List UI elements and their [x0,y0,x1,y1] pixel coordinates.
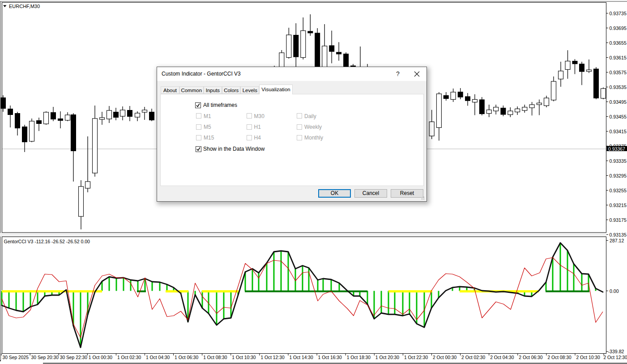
svg-text:1 Oct 08:30: 1 Oct 08:30 [203,355,227,360]
svg-text:30 Sep 20:30: 30 Sep 20:30 [31,355,59,360]
svg-text:1 Oct 16:30: 1 Oct 16:30 [318,355,342,360]
svg-text:0.93175: 0.93175 [610,217,627,223]
svg-text:-339.82: -339.82 [608,349,624,354]
svg-text:1 Oct 12:30: 1 Oct 12:30 [260,355,285,360]
svg-text:2 Oct 00:30: 2 Oct 00:30 [433,355,457,360]
svg-text:1 Oct 02:30: 1 Oct 02:30 [117,355,141,360]
svg-text:0.93495: 0.93495 [610,99,627,105]
svg-text:0.00: 0.00 [610,288,619,294]
svg-text:1 Oct 14:30: 1 Oct 14:30 [290,355,314,360]
svg-text:2 Oct 10:30: 2 Oct 10:30 [576,355,601,360]
svg-text:2 Oct 02:30: 2 Oct 02:30 [461,355,486,360]
svg-text:30 Sep 2025: 30 Sep 2025 [3,355,29,360]
svg-text:0.93295: 0.93295 [610,173,627,178]
svg-text:EURCHF,M30: EURCHF,M30 [9,4,40,9]
svg-text:0.93335: 0.93335 [610,158,627,164]
svg-text:1 Oct 18:30: 1 Oct 18:30 [347,355,371,360]
svg-text:1 Oct 04:30: 1 Oct 04:30 [146,355,170,360]
svg-text:0.93255: 0.93255 [610,188,627,193]
svg-text:2 Oct 04:30: 2 Oct 04:30 [490,355,514,360]
svg-text:0.93415: 0.93415 [610,129,627,134]
svg-text:0.93455: 0.93455 [610,114,627,119]
svg-text:0.93535: 0.93535 [610,85,627,90]
svg-text:30 Sep 22:30: 30 Sep 22:30 [60,355,88,360]
svg-text:0.93695: 0.93695 [610,25,627,31]
svg-text:1 Oct 06:30: 1 Oct 06:30 [175,355,199,360]
svg-text:2 Oct 12:30: 2 Oct 12:30 [604,355,627,360]
svg-text:2 Oct 08:30: 2 Oct 08:30 [547,355,572,360]
svg-text:0.93367: 0.93367 [608,146,625,152]
svg-text:1 Oct 22:30: 1 Oct 22:30 [404,355,428,360]
svg-text:1 Oct 10:30: 1 Oct 10:30 [232,355,256,360]
svg-text:287.12: 287.12 [610,238,624,243]
svg-text:1 Oct 00:30: 1 Oct 00:30 [89,355,113,360]
svg-text:1 Oct 20:30: 1 Oct 20:30 [375,355,400,360]
svg-text:GentorCCI V3 -112.16 -26.52 -2: GentorCCI V3 -112.16 -26.52 -26.52 0.00 [4,239,90,244]
svg-text:0.93575: 0.93575 [610,70,627,75]
svg-text:0.93135: 0.93135 [610,232,627,237]
svg-text:0.93735: 0.93735 [610,11,627,16]
svg-text:0.93615: 0.93615 [610,55,627,60]
svg-text:0.93215: 0.93215 [610,203,627,208]
svg-text:0.93655: 0.93655 [610,40,627,46]
svg-text:2 Oct 06:30: 2 Oct 06:30 [519,355,543,360]
